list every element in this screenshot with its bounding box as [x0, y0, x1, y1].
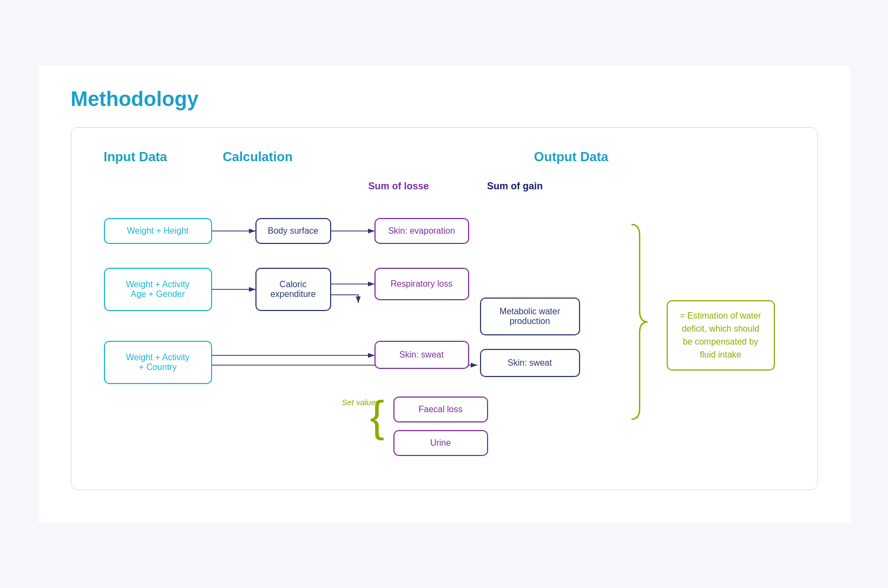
input-box-3: Weight + Activity + Country	[104, 341, 212, 384]
calc-box-2: Caloric expenditure	[255, 268, 331, 311]
loss-box-4: Faecal loss	[393, 397, 488, 422]
result-box: = Estimation of water deficit, which sho…	[667, 300, 775, 371]
sub-header-loss: Sum of losse	[347, 181, 450, 192]
loss-box-2: Respiratory loss	[374, 268, 469, 300]
input-box-2: Weight + Activity Age + Gender	[104, 268, 212, 311]
page-title: Methodology	[71, 88, 818, 111]
input-box-1: Weight + Height	[104, 218, 212, 244]
page-wrapper: Methodology Input Data Calculation Outpu…	[38, 66, 850, 523]
loss-box-3: Skin: sweat	[374, 341, 469, 369]
gain-box-2: Skin: sweat	[480, 349, 580, 377]
header-input: Input Data	[104, 149, 223, 164]
header-calculation: Calculation	[223, 149, 347, 164]
loss-box-1: Skin: evaporation	[374, 218, 469, 244]
set-values-brace: {	[370, 395, 385, 438]
flow-diagram: Weight + Height Body surface Skin: evapo…	[93, 203, 795, 463]
gain-box-1: Metabolic water production	[480, 298, 580, 335]
header-output: Output Data	[347, 149, 795, 164]
diagram-container: Input Data Calculation Output Data Sum o…	[71, 127, 818, 490]
loss-box-5: Urine	[393, 430, 488, 456]
column-headers: Input Data Calculation Output Data	[93, 149, 795, 164]
sub-headers: Sum of losse Sum of gain	[93, 181, 795, 192]
calc-box-1: Body surface	[255, 218, 331, 244]
sub-header-gain: Sum of gain	[456, 181, 575, 192]
